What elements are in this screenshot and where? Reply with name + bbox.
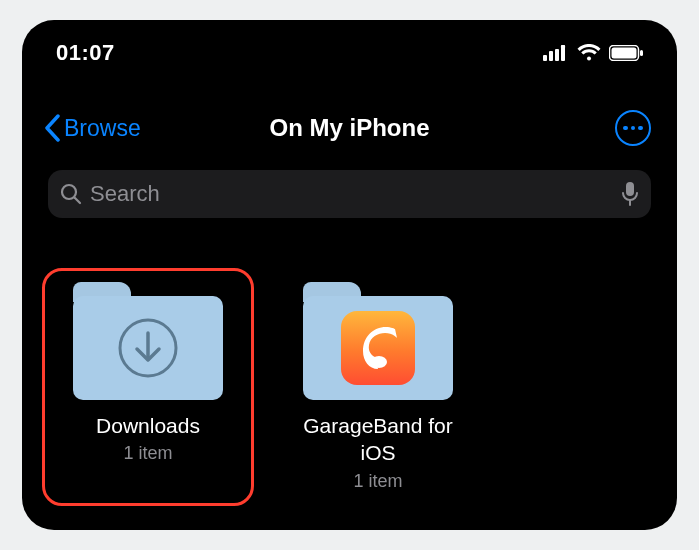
mic-icon[interactable] xyxy=(621,181,639,207)
phone-screen: 01:07 xyxy=(22,20,677,530)
back-button[interactable]: Browse xyxy=(44,114,141,142)
svg-rect-0 xyxy=(543,55,547,61)
nav-bar: Browse On My iPhone xyxy=(22,100,677,156)
folder-subtitle: 1 item xyxy=(353,471,402,492)
svg-point-14 xyxy=(371,356,387,368)
folder-icon xyxy=(303,282,453,400)
chevron-left-icon xyxy=(44,114,62,142)
svg-rect-7 xyxy=(640,50,643,56)
search-icon xyxy=(60,183,82,205)
battery-icon xyxy=(609,45,643,61)
status-time: 01:07 xyxy=(56,40,115,66)
svg-line-9 xyxy=(75,198,81,204)
folder-label: GarageBand for iOS xyxy=(286,412,470,467)
status-icons xyxy=(543,44,643,62)
status-bar: 01:07 xyxy=(22,20,677,76)
page-title: On My iPhone xyxy=(269,114,429,142)
folder-item-downloads[interactable]: Downloads 1 item xyxy=(56,282,240,492)
svg-point-4 xyxy=(561,45,565,49)
signal-icon xyxy=(543,45,569,61)
wifi-icon xyxy=(577,44,601,62)
garageband-app-icon xyxy=(341,311,415,385)
download-icon xyxy=(115,315,181,381)
folder-icon xyxy=(73,282,223,400)
svg-rect-10 xyxy=(626,182,634,196)
back-label: Browse xyxy=(64,115,141,142)
search-placeholder: Search xyxy=(90,181,613,207)
folder-grid: Downloads 1 item xyxy=(22,218,677,512)
folder-item-garageband[interactable]: GarageBand for iOS 1 item xyxy=(286,282,470,492)
svg-rect-2 xyxy=(555,49,559,61)
svg-rect-6 xyxy=(612,48,637,59)
svg-rect-1 xyxy=(549,51,553,61)
search-input[interactable]: Search xyxy=(48,170,651,218)
more-button[interactable] xyxy=(615,110,651,146)
device-frame: 01:07 xyxy=(0,0,699,550)
